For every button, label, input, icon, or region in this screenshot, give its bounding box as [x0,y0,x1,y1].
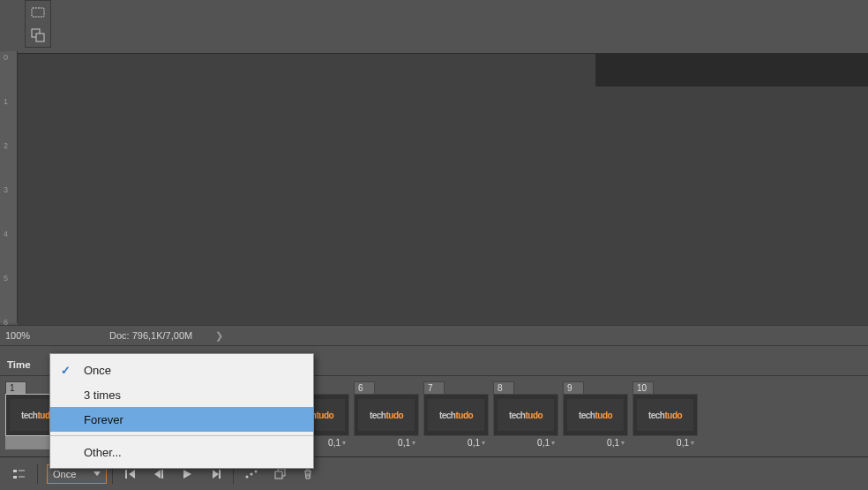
chevron-down-icon: ▾ [412,439,415,447]
svg-rect-11 [275,471,282,479]
frame-10[interactable]: 10techtudo0,1▾ [632,381,698,449]
chevron-down-icon: ▾ [621,439,625,447]
svg-rect-7 [219,470,221,479]
frame-delay[interactable]: 0,1▾ [354,436,419,449]
loop-option-3-times[interactable]: 3 times [50,382,313,407]
canvas-area[interactable] [18,53,868,325]
svg-rect-2 [36,34,44,41]
frame-number: 1 [5,381,26,394]
frame-number: 9 [563,381,584,394]
svg-rect-6 [161,470,163,479]
svg-rect-0 [32,8,44,17]
status-bar: 100% Doc: 796,1K/7,00M ❯ [0,325,868,346]
frame-number: 7 [423,381,445,394]
convert-timeline-icon[interactable] [7,464,32,485]
secondary-panel [595,54,868,87]
frame-8[interactable]: 8techtudo0,1▾ [493,381,558,449]
chevron-down-icon: ▾ [342,439,346,447]
loop-option-other-[interactable]: Other... [50,440,313,464]
frame-number: 10 [632,381,654,394]
chevron-right-icon[interactable]: ❯ [215,330,223,342]
doc-info: Doc: 796,1K/7,00M [109,330,192,341]
frame-number: 8 [493,381,514,394]
timeline-label: Time [7,359,31,370]
chevron-down-icon [94,471,101,476]
chevron-down-icon: ▾ [691,439,694,447]
chevron-down-icon: ▾ [551,439,555,447]
menu-divider [50,435,313,436]
frame-7[interactable]: 7techtudo0,1▾ [423,381,489,449]
frame-thumbnail[interactable]: techtudo [423,394,489,436]
loop-select-value: Once [53,469,76,479]
svg-point-9 [251,472,253,475]
svg-rect-5 [125,470,127,479]
svg-point-10 [255,470,258,472]
zoom-level[interactable]: 100% [5,330,49,341]
frame-delay[interactable]: 0,1▾ [632,436,698,449]
frame-delay[interactable]: 0,1▾ [493,436,558,449]
svg-rect-4 [13,476,17,479]
tool-palette [25,0,51,48]
frame-9[interactable]: 9techtudo0,1▾ [563,381,628,449]
loop-option-forever[interactable]: Forever [50,407,313,432]
loop-option-once[interactable]: Once [50,358,313,382]
vertical-ruler: 0 1 2 3 4 5 6 [0,51,18,323]
frame-delay[interactable]: 0,1▾ [563,436,628,449]
frame-6[interactable]: 6techtudo0,1▾ [354,381,419,449]
svg-rect-3 [13,470,17,472]
frame-number: 6 [354,381,375,394]
loop-count-menu[interactable]: Once3 timesForeverOther... [49,353,314,469]
frame-thumbnail[interactable]: techtudo [354,394,419,436]
svg-point-8 [246,475,249,478]
chevron-down-icon: ▾ [482,439,485,447]
rectangle-tool[interactable] [26,1,50,24]
panel-divider [0,346,868,353]
frame-thumbnail[interactable]: techtudo [563,394,628,436]
frame-delay[interactable]: 0,1▾ [423,436,489,449]
frame-thumbnail[interactable]: techtudo [632,394,698,436]
frame-thumbnail[interactable]: techtudo [493,394,558,436]
artboard-tool[interactable] [26,24,50,47]
